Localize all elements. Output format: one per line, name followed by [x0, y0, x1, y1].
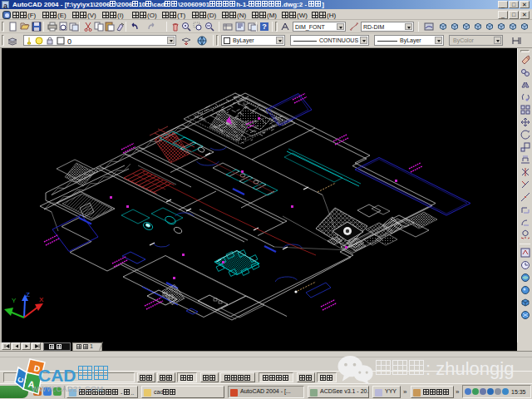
- svg-text:X: X: [39, 296, 44, 303]
- svg-text:Y: Y: [12, 297, 17, 304]
- svg-text:Z: Z: [26, 291, 30, 298]
